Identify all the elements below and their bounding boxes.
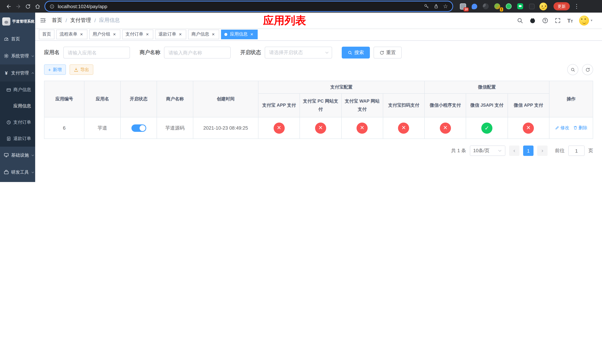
sidebar-item-label: 应用信息 — [13, 103, 35, 109]
wechat-app-status-badge[interactable] — [523, 122, 534, 133]
extension-icon-4[interactable]: 1 — [493, 2, 502, 11]
wechat-mini-status-badge[interactable] — [440, 122, 451, 133]
breadcrumb-item-home[interactable]: 首页 — [52, 17, 62, 24]
sidebar-item-system[interactable]: 系统管理 — [0, 47, 35, 64]
browser-update-button[interactable]: 更新 — [553, 2, 570, 10]
page-size-value: 10条/页 — [473, 147, 489, 154]
breadcrumb-separator: / — [94, 17, 96, 23]
url-text: localhost:1024/pay/app — [58, 3, 424, 9]
site-info-icon[interactable] — [50, 4, 54, 9]
sidebar-item-dev-tools[interactable]: 研发工具 — [0, 164, 35, 181]
select-placeholder: 请选择开启状态 — [269, 49, 303, 56]
alipay-wap-status-badge[interactable] — [356, 122, 368, 133]
bookmark-star-button[interactable]: ☆ — [443, 3, 448, 9]
chevron-down-icon — [31, 54, 34, 58]
sidebar-toggle-button[interactable] — [40, 17, 46, 24]
browser-toolbar: localhost:1024/pay/app ☆ 10 1 — [0, 0, 602, 13]
add-button[interactable]: + 新增 — [44, 64, 66, 75]
page-size-select[interactable]: 10条/页 — [470, 146, 505, 156]
extension-icon-3[interactable] — [481, 2, 490, 11]
status-label: 开启状态 — [240, 49, 261, 56]
tab-merchant-info[interactable]: 商户信息 × — [188, 30, 219, 39]
close-icon[interactable]: × — [211, 32, 216, 37]
reload-button[interactable] — [23, 1, 32, 11]
wechat-jsapi-status-badge[interactable] — [481, 122, 492, 133]
close-icon[interactable]: × — [79, 32, 84, 37]
col-header-alipay-app: 支付宝 APP 支付 — [258, 94, 300, 117]
browser-menu-button[interactable]: ⋮ — [573, 3, 580, 10]
sidebar-item-pay-orders[interactable]: 支付订单 — [0, 114, 35, 130]
extension-icon-1[interactable]: 10 — [458, 2, 467, 11]
user-avatar-menu[interactable]: ▾ — [579, 15, 592, 25]
status-toggle[interactable] — [131, 124, 146, 132]
tab-pay-orders[interactable]: 支付订单 × — [122, 30, 153, 39]
alipay-scan-status-badge[interactable] — [398, 122, 409, 133]
home-button[interactable] — [32, 1, 42, 11]
browser-profile-avatar[interactable] — [539, 2, 548, 11]
export-button[interactable]: 导出 — [69, 64, 93, 75]
header-search-button[interactable] — [517, 17, 523, 23]
extension-icon-5[interactable] — [504, 2, 513, 11]
col-header-actions: 操作 — [549, 81, 593, 117]
extension-icon-6[interactable] — [516, 2, 525, 11]
chevron-down-icon — [498, 149, 502, 153]
next-page-button[interactable]: › — [537, 146, 548, 156]
toggle-search-button[interactable] — [567, 64, 578, 75]
tab-app-info[interactable]: 应用信息 × — [221, 30, 258, 39]
document-icon — [6, 136, 11, 141]
sidebar-item-home[interactable]: 首页 — [0, 30, 35, 47]
app-name-label: 应用名 — [44, 49, 60, 56]
breadcrumb-item-payment[interactable]: 支付管理 — [70, 17, 91, 24]
app-logo-row[interactable]: 芋道管理系统 — [0, 13, 35, 30]
dashboard-icon — [4, 36, 9, 42]
back-button[interactable] — [4, 1, 13, 11]
goto-page-input[interactable] — [568, 146, 585, 156]
refresh-icon — [585, 67, 590, 72]
tab-home[interactable]: 首页 — [39, 30, 54, 39]
password-key-button[interactable] — [424, 4, 429, 9]
share-button[interactable] — [433, 4, 439, 9]
reset-button[interactable]: 重置 — [374, 47, 402, 58]
extension-icon-7[interactable] — [527, 2, 536, 11]
app-name-input[interactable] — [63, 47, 130, 58]
fullscreen-button[interactable] — [555, 17, 561, 23]
delete-link[interactable]: 删除 — [573, 125, 587, 131]
current-page-button[interactable]: 1 — [523, 146, 534, 156]
main-area: 首页 / 支付管理 / 应用信息 应用列表 — [35, 13, 602, 182]
share-icon — [433, 4, 439, 9]
edit-link[interactable]: 修改 — [555, 125, 569, 131]
sidebar-item-payment[interactable]: ¥ 支付管理 — [0, 64, 35, 81]
github-button[interactable] — [529, 17, 536, 23]
address-bar[interactable]: localhost:1024/pay/app ☆ — [45, 1, 452, 11]
search-button[interactable]: 搜索 — [342, 47, 370, 58]
close-icon[interactable]: × — [249, 32, 254, 37]
close-icon[interactable]: × — [145, 32, 150, 37]
tab-refund-orders[interactable]: 退款订单 × — [155, 30, 186, 39]
sidebar-item-label: 研发工具 — [11, 169, 29, 175]
tab-process-form[interactable]: 流程表单 × — [56, 30, 87, 39]
sidebar-item-infrastructure[interactable]: 基础设施 — [0, 147, 35, 164]
alipay-app-status-badge[interactable] — [273, 122, 285, 133]
sidebar-item-refund-orders[interactable]: 退款订单 — [0, 130, 35, 147]
close-icon[interactable]: × — [178, 32, 183, 37]
help-button[interactable] — [542, 17, 548, 23]
font-size-button[interactable]: TT — [567, 18, 573, 23]
merchant-name-input[interactable] — [164, 47, 231, 58]
sidebar-item-workflow[interactable]: 工作流程 — [0, 181, 35, 182]
button-label: 搜索 — [354, 49, 364, 56]
sidebar-item-app-info[interactable]: 应用信息 — [0, 98, 35, 114]
tab-user-group[interactable]: 用户分组 × — [89, 30, 120, 39]
col-header-wechat-mini: 微信小程序支付 — [424, 94, 466, 117]
prev-page-button[interactable]: ‹ — [509, 146, 519, 156]
app-table: 应用编号 应用名 开启状态 商户名称 创建时间 支付宝配置 微信配置 操作 支付… — [44, 81, 593, 139]
status-select[interactable]: 请选择开启状态 — [265, 47, 332, 58]
extension-icon-2[interactable] — [470, 2, 479, 11]
refresh-table-button[interactable] — [582, 64, 593, 75]
forward-button[interactable] — [13, 1, 23, 11]
sidebar-item-merchant-info[interactable]: 商户信息 — [0, 81, 35, 98]
alipay-pc-status-badge[interactable] — [315, 122, 326, 133]
extension-glyph — [494, 3, 500, 9]
merchant-name-label: 商户名称 — [140, 49, 160, 56]
yen-icon: ¥ — [4, 71, 9, 75]
close-icon[interactable]: × — [112, 32, 117, 37]
